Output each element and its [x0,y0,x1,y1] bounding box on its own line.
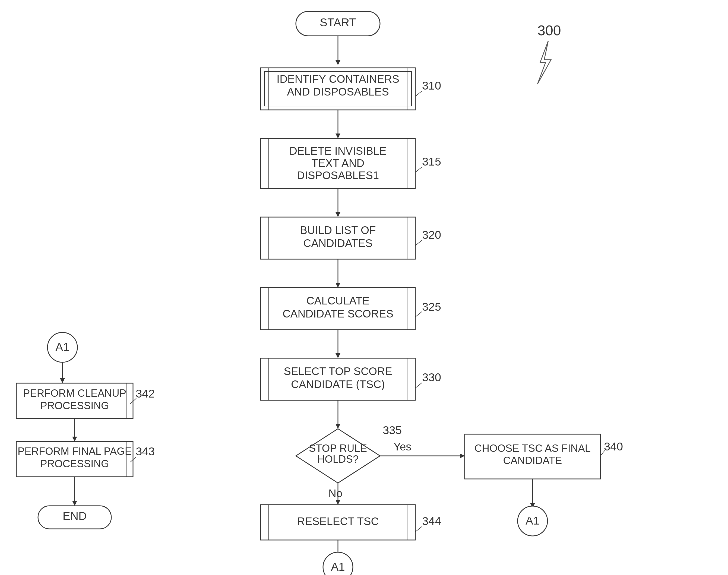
yes-label: Yes [394,441,411,452]
figure-icon [537,41,551,84]
arrowhead-320-325 [335,283,340,288]
arrowhead-343-end [72,501,77,506]
step335-text2: HOLDS? [317,453,359,465]
step310-text2: AND DISPOSABLES [287,86,389,98]
step342-text1: PERFORM CLEANUP [23,387,126,399]
ref325-label: 325 [422,300,441,313]
ref325-line [415,311,422,317]
step325-text1: CALCULATE [306,295,370,307]
ref330-label: 330 [422,371,441,384]
flowchart: 300 START IDENTIFY CONTAINERS AND DISPOS… [0,0,728,575]
arrowhead-325-330 [335,353,340,358]
ref330-line [415,383,422,388]
ref342-label: 342 [136,387,155,400]
arrowhead-342-343 [72,437,77,441]
arrowhead-330-335 [335,424,340,429]
step344-text: RESELECT TSC [297,515,379,527]
arrowhead-start-310 [335,60,340,65]
ref340-label: 340 [604,440,623,453]
end-label: END [63,510,87,522]
step315-text2: TEXT AND [311,157,365,169]
step325-text2: CANDIDATE SCORES [283,308,393,320]
step343-text1: PERFORM FINAL PAGE [18,446,132,457]
ref335-label: 335 [383,424,402,437]
ref344-line [415,527,422,532]
ref315-label: 315 [422,155,441,168]
step343-text2: PROCESSING [40,458,109,469]
step342-text2: PROCESSING [40,400,109,411]
arrowhead-yes [460,453,465,458]
ref-300-label: 300 [537,23,561,38]
step330-text1: SELECT TOP SCORE [284,365,392,377]
start-label: START [320,16,356,29]
step315-text1: DELETE INVISIBLE [289,145,387,157]
ref344-label: 344 [422,515,441,528]
ref310-line [415,91,422,96]
ref320-label: 320 [422,229,441,241]
step340-text1: CHOOSE TSC AS FINAL [474,443,591,454]
a1-label-bottom: A1 [331,560,345,573]
step335-text1: STOP RULE [309,443,367,454]
ref320-line [415,240,422,245]
arrowhead-a1-342 [60,378,65,383]
no-label: No [328,487,342,499]
arrowhead-315-320 [335,212,340,217]
step320-text2: CANDIDATES [303,237,373,249]
arrowhead-no [335,500,340,505]
step310-text1: IDENTIFY CONTAINERS [276,73,399,85]
arrowhead-310-315 [335,134,340,138]
step340-text2: CANDIDATE [503,455,562,466]
ref315-line [415,167,422,172]
ref343-label: 343 [136,445,155,458]
step330-text2: CANDIDATE (TSC) [291,378,385,390]
a1-label-left: A1 [55,341,69,353]
a1-label-right: A1 [526,514,539,527]
step315-text3: DISPOSABLES1 [297,169,379,181]
ref340-line [600,450,605,456]
step320-text1: BUILD LIST OF [300,224,376,236]
ref310-label: 310 [422,79,441,92]
